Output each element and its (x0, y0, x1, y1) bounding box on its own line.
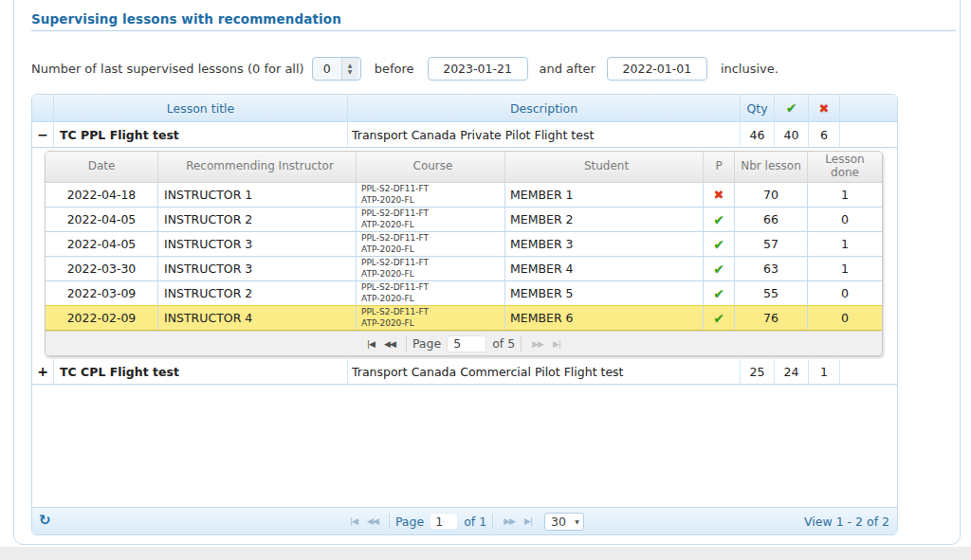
subgrid-prev-page-button[interactable]: ◀◀ (379, 339, 400, 349)
recommendation-row[interactable]: 2022-03-30 INSTRUCTOR 3 PPL-S2-DF11-FTAT… (46, 257, 882, 281)
expand-icon[interactable]: + (37, 364, 48, 379)
last-page-button[interactable]: ▶| (520, 516, 537, 526)
subcol-header-instructor[interactable]: Recommending Instructor (158, 152, 357, 182)
recommendation-row[interactable]: 2022-04-05 INSTRUCTOR 3 PPL-S2-DF11-FTAT… (46, 232, 882, 257)
stepper-up-icon[interactable]: ▲ (348, 62, 353, 68)
nbr-lesson-cell: 57 (735, 232, 808, 256)
subcol-header-lesson-done[interactable]: Lesson done (808, 152, 882, 182)
instructor-cell: INSTRUCTOR 3 (158, 257, 357, 280)
lessons-grid: Lesson title Description Qty ✔ ✖ − TC PP… (31, 94, 898, 535)
p-status-cell: ✔ (704, 257, 735, 280)
pager-separator (389, 514, 390, 529)
subgrid-last-page-button[interactable]: ▶| (548, 339, 565, 349)
pager-separator (521, 336, 522, 352)
grid-header-row: Lesson title Description Qty ✔ ✖ (32, 95, 897, 122)
pager-separator (406, 336, 407, 352)
course-cell: PPL-S2-DF11-FTATP-2020-FL (357, 306, 505, 330)
col-header-qty[interactable]: Qty (741, 95, 775, 121)
page-size-select[interactable]: 30 ▼ (544, 513, 584, 531)
lesson-count-input[interactable] (313, 58, 341, 80)
page-input[interactable] (430, 513, 458, 530)
subcol-header-date[interactable]: Date (46, 152, 158, 182)
check-icon: ✔ (713, 286, 724, 301)
col-header-failed[interactable]: ✖ (809, 95, 840, 121)
p-status-cell: ✔ (704, 281, 735, 305)
chevron-down-icon: ▼ (575, 518, 579, 525)
lesson-filler-cell (840, 359, 897, 384)
lesson-passed-cell: 24 (775, 359, 809, 384)
stepper-buttons[interactable]: ▲ ▼ (341, 58, 358, 80)
page: Supervising lessons with recommendation … (0, 0, 971, 560)
check-icon: ✔ (713, 311, 724, 326)
lesson-count-stepper[interactable]: ▲ ▼ (312, 57, 361, 81)
p-status-cell: ✔ (704, 232, 735, 256)
date-cell: 2022-02-09 (46, 306, 158, 330)
page-title: Supervising lessons with recommendation (31, 11, 341, 27)
subgrid-area: Date Recommending Instructor Course Stud… (32, 148, 897, 359)
subcol-header-student[interactable]: Student (505, 152, 704, 182)
instructor-cell: INSTRUCTOR 1 (158, 183, 357, 207)
check-icon: ✔ (713, 212, 724, 227)
nbr-lesson-cell: 70 (735, 183, 808, 207)
grid-pager: ↻ |◀ ◀◀ Page of 1 ▶▶ ▶| 30 ▼ View 1 - 2 … (32, 507, 897, 534)
filter-bar: Number of last supervised lessons (0 for… (31, 56, 779, 81)
course-cell: PPL-S2-DF11-FTATP-2020-FL (357, 232, 505, 256)
lesson-filler-cell (840, 122, 897, 147)
lesson-title-cell: TC PPL Flight test (54, 122, 348, 147)
lesson-title-cell: TC CPL Flight test (54, 359, 348, 384)
col-header-lesson-title[interactable]: Lesson title (54, 95, 348, 121)
p-status-cell: ✖ (704, 183, 735, 207)
student-cell: MEMBER 5 (505, 281, 704, 305)
before-label: before (375, 62, 414, 76)
subgrid-pager: |◀ ◀◀ Page of 5 ▶▶ ▶| (46, 331, 882, 355)
collapse-row-button[interactable]: − (32, 122, 54, 147)
col-header-passed[interactable]: ✔ (775, 95, 809, 121)
subcol-header-p[interactable]: P (704, 152, 735, 182)
subcol-header-nbr-lesson[interactable]: Nbr lesson (735, 152, 808, 182)
after-label: and after (540, 62, 595, 76)
pager-separator (492, 514, 493, 529)
student-cell: MEMBER 6 (505, 306, 704, 330)
expand-row-button[interactable]: + (32, 359, 54, 384)
course-cell: PPL-S2-DF11-FTATP-2020-FL (357, 208, 505, 231)
subgrid-page-input[interactable] (447, 335, 486, 352)
lesson-row-tc-ppl[interactable]: − TC PPL Flight test Transport Canada Pr… (32, 122, 897, 148)
next-page-button[interactable]: ▶▶ (499, 516, 520, 526)
page-label: Page (395, 515, 424, 529)
inclusive-label: inclusive. (721, 62, 779, 76)
instructor-cell: INSTRUCTOR 4 (158, 306, 357, 330)
subcol-header-course[interactable]: Course (357, 152, 505, 182)
lesson-done-cell: 1 (808, 232, 882, 256)
recommendations-subgrid: Date Recommending Instructor Course Stud… (45, 151, 883, 356)
lesson-description-cell: Transport Canada Commercial Pilot Flight… (348, 359, 741, 384)
course-cell: PPL-S2-DF11-FTATP-2020-FL (357, 257, 505, 280)
course-cell: PPL-S2-DF11-FTATP-2020-FL (357, 281, 505, 305)
lesson-description-cell: Transport Canada Private Pilot Flight te… (348, 122, 741, 147)
cross-icon: ✖ (819, 101, 830, 116)
filter-label: Number of last supervised lessons (0 for… (31, 62, 304, 76)
recommendation-row[interactable]: 2022-04-18 INSTRUCTOR 1 PPL-S2-DF11-FTAT… (46, 183, 882, 208)
instructor-cell: INSTRUCTOR 2 (158, 281, 357, 305)
page-size-value: 30 (551, 515, 566, 529)
recommendation-row[interactable]: 2022-03-09 INSTRUCTOR 2 PPL-S2-DF11-FTAT… (46, 281, 882, 306)
prev-page-button[interactable]: ◀◀ (362, 516, 383, 526)
recommendation-row-selected[interactable]: 2022-02-09 INSTRUCTOR 4 PPL-S2-DF11-FTAT… (46, 305, 882, 331)
student-cell: MEMBER 1 (505, 183, 704, 207)
collapse-icon[interactable]: − (37, 127, 48, 142)
title-divider (31, 30, 956, 31)
col-header-description[interactable]: Description (348, 95, 741, 121)
nbr-lesson-cell: 66 (735, 208, 808, 231)
instructor-cell: INSTRUCTOR 2 (158, 208, 357, 231)
before-date-field[interactable] (428, 57, 528, 81)
after-date-field[interactable] (607, 57, 707, 81)
course-cell: PPL-S2-DF11-FTATP-2020-FL (357, 183, 505, 207)
check-icon: ✔ (713, 262, 724, 277)
subgrid-first-page-button[interactable]: |◀ (362, 339, 379, 349)
lesson-row-tc-cpl[interactable]: + TC CPL Flight test Transport Canada Co… (32, 359, 897, 385)
date-cell: 2022-04-18 (46, 183, 158, 207)
recommendation-row[interactable]: 2022-04-05 INSTRUCTOR 2 PPL-S2-DF11-FTAT… (46, 208, 882, 232)
first-page-button[interactable]: |◀ (345, 516, 362, 526)
subgrid-next-page-button[interactable]: ▶▶ (527, 339, 548, 349)
stepper-down-icon[interactable]: ▼ (348, 68, 353, 75)
lesson-failed-cell: 1 (809, 359, 840, 384)
